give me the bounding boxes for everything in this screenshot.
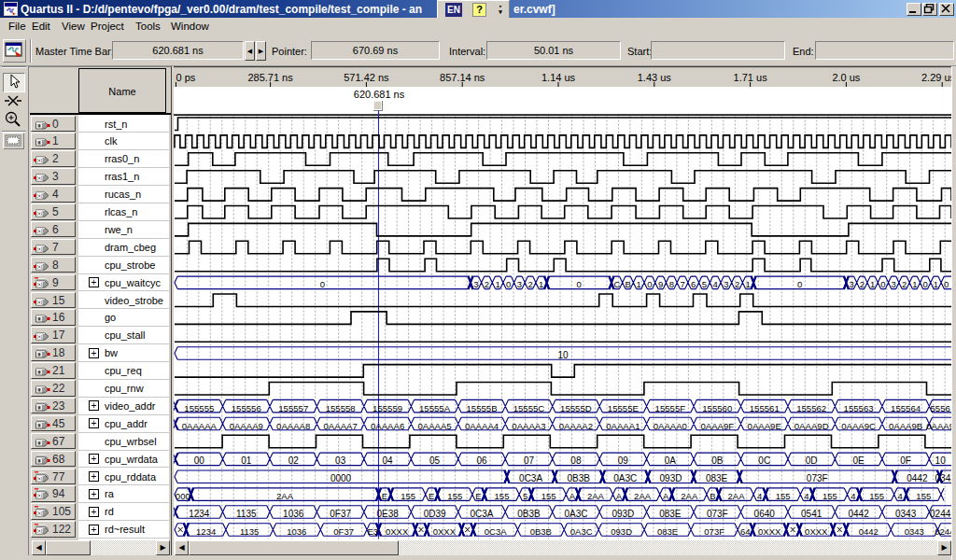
svg-text:073F: 073F: [704, 526, 724, 537]
svg-text:0: 0: [944, 279, 949, 289]
svg-text:1: 1: [870, 279, 875, 289]
svg-text:8: 8: [669, 279, 674, 289]
svg-text:0442: 0442: [848, 509, 869, 519]
svg-text:0D: 0D: [806, 455, 818, 466]
svg-text:0AAA9F: 0AAA9F: [700, 421, 734, 431]
svg-text:0A3C: 0A3C: [613, 473, 637, 483]
svg-text:A: A: [663, 491, 669, 501]
svg-text:0C3A: 0C3A: [485, 526, 507, 537]
svg-text:0AAAA5: 0AAAA5: [417, 421, 451, 431]
svg-text:083E: 083E: [657, 526, 678, 537]
svg-text:7: 7: [680, 279, 684, 289]
svg-text:0: 0: [577, 279, 582, 289]
svg-text:06: 06: [476, 455, 487, 466]
svg-text:1: 1: [934, 279, 938, 289]
svg-text:1.43 us: 1.43 us: [638, 72, 672, 83]
svg-text:0AAAAA: 0AAAAA: [182, 421, 218, 431]
svg-text:0A3C: 0A3C: [570, 526, 593, 537]
svg-text:0B3B: 0B3B: [530, 526, 552, 537]
svg-text:155: 155: [869, 491, 884, 501]
svg-text:1.14 us: 1.14 us: [541, 72, 576, 83]
svg-text:B: B: [710, 491, 715, 501]
svg-text:10: 10: [935, 455, 947, 466]
svg-text:2AA: 2AA: [681, 491, 698, 501]
svg-text:2: 2: [902, 279, 907, 289]
svg-text:0343: 0343: [905, 526, 924, 537]
svg-text:1036: 1036: [287, 526, 306, 537]
svg-text:3: 3: [473, 279, 478, 289]
svg-text:0AAAA9: 0AAAA9: [230, 421, 263, 431]
svg-text:0: 0: [647, 279, 652, 289]
svg-text:2: 2: [527, 279, 532, 289]
svg-text:0B: 0B: [711, 455, 724, 466]
svg-text:620.681 ns: 620.681 ns: [354, 89, 405, 100]
svg-text:4: 4: [757, 491, 762, 501]
svg-text:4: 4: [851, 491, 855, 501]
svg-text:1036: 1036: [283, 509, 304, 519]
svg-text:073F: 073F: [707, 509, 728, 519]
svg-text:155557: 155557: [278, 403, 308, 413]
svg-text:4: 4: [713, 279, 718, 289]
svg-text:2AA: 2AA: [634, 491, 652, 501]
svg-text:15555B: 15555B: [466, 403, 497, 413]
svg-text:1135: 1135: [240, 526, 259, 537]
svg-text:E: E: [382, 491, 387, 501]
svg-text:155560: 155560: [702, 403, 732, 413]
svg-text:0C: 0C: [758, 455, 770, 466]
svg-text:0343: 0343: [895, 509, 917, 519]
svg-text:155556: 155556: [232, 403, 261, 413]
svg-text:0XXX: 0XXX: [758, 526, 781, 537]
svg-text:0442: 0442: [859, 526, 879, 537]
svg-text:155564: 155564: [891, 403, 921, 413]
svg-text:155559: 155559: [373, 403, 402, 413]
svg-text:1: 1: [539, 279, 543, 289]
svg-text:0343: 0343: [935, 473, 952, 483]
svg-text:15555F: 15555F: [655, 403, 686, 413]
svg-text:0541: 0541: [801, 509, 822, 519]
svg-text:0C3A: 0C3A: [519, 473, 542, 483]
svg-text:1: 1: [637, 279, 641, 289]
svg-text:3: 3: [849, 279, 853, 289]
svg-text:0AAA9D: 0AAA9D: [794, 421, 829, 431]
svg-text:0XXX: 0XXX: [386, 526, 409, 537]
svg-text:073F: 073F: [807, 473, 828, 483]
svg-text:000: 000: [176, 491, 190, 501]
svg-text:155: 155: [447, 491, 462, 501]
svg-text:A: A: [616, 491, 623, 501]
svg-text:2.0 us: 2.0 us: [832, 72, 860, 83]
svg-text:155: 155: [916, 491, 931, 501]
svg-text:1: 1: [495, 279, 499, 289]
svg-text:09: 09: [618, 455, 629, 466]
svg-text:05: 05: [429, 455, 441, 466]
svg-text:2.29 us: 2.29 us: [921, 72, 952, 83]
svg-text:0AAAA7: 0AAAA7: [324, 421, 358, 431]
svg-text:093D: 093D: [660, 473, 682, 483]
svg-text:155: 155: [495, 491, 510, 501]
svg-text:04: 04: [383, 455, 394, 466]
svg-text:3: 3: [517, 279, 522, 289]
svg-text:9: 9: [658, 279, 663, 289]
svg-text:0F37: 0F37: [333, 526, 354, 537]
svg-text:0AAA9C: 0AAA9C: [841, 421, 876, 431]
svg-text:0A: 0A: [665, 455, 677, 466]
svg-text:0: 0: [320, 279, 325, 289]
svg-text:0: 0: [797, 279, 802, 289]
svg-text:4: 4: [898, 491, 903, 501]
svg-text:C: C: [613, 279, 620, 289]
svg-text:2AA: 2AA: [276, 491, 294, 501]
svg-text:10: 10: [557, 350, 569, 360]
svg-text:E: E: [475, 491, 481, 501]
svg-text:0AAA9B: 0AAA9B: [889, 421, 922, 431]
svg-text:2: 2: [860, 279, 865, 289]
svg-text:0AAAA3: 0AAAA3: [512, 421, 545, 431]
svg-text:02: 02: [288, 455, 300, 466]
svg-text:155: 155: [401, 491, 415, 501]
svg-text:0244: 0244: [935, 526, 952, 537]
svg-text:285.71 ns: 285.71 ns: [247, 72, 293, 83]
svg-text:6: 6: [691, 279, 696, 289]
svg-text:155562: 155562: [796, 403, 826, 413]
svg-text:0AAAA6: 0AAAA6: [371, 421, 404, 431]
svg-text:0AAAA8: 0AAAA8: [276, 421, 310, 431]
svg-text:2: 2: [485, 279, 489, 289]
svg-text:0XXX: 0XXX: [805, 526, 828, 537]
